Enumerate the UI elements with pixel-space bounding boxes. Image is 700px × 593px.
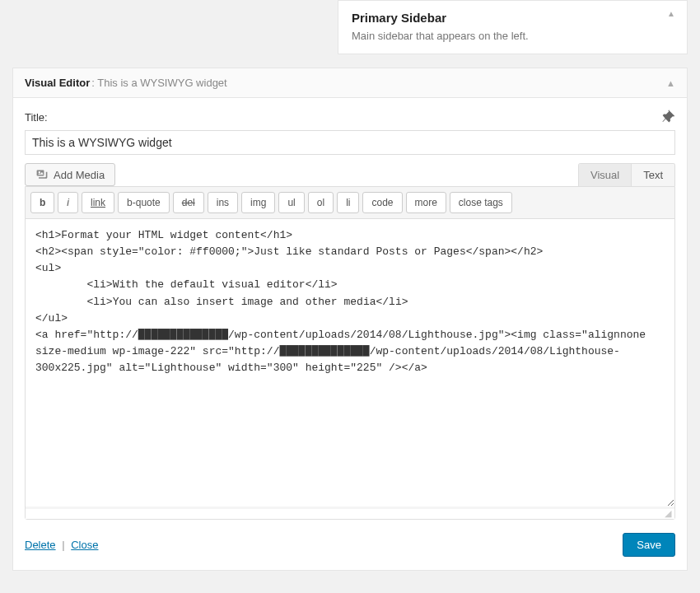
title-input[interactable] [25, 130, 675, 155]
close-tags-button[interactable]: close tags [450, 192, 512, 213]
save-button[interactable]: Save [623, 533, 675, 557]
sidebar-title: Primary Sidebar [352, 11, 674, 25]
content-textarea[interactable] [26, 218, 674, 507]
close-link[interactable]: Close [71, 539, 98, 551]
ol-button[interactable]: ol [308, 192, 334, 213]
editor-wrap: b i link b-quote del ins img ul ol li co… [25, 186, 675, 520]
visual-editor-widget: Visual Editor : This is a WYSIWYG widget… [12, 68, 688, 571]
bold-button[interactable]: b [30, 192, 54, 213]
blockquote-button[interactable]: b-quote [118, 192, 170, 213]
separator: | [62, 539, 64, 551]
widget-header-prefix: Visual Editor [25, 77, 90, 89]
editor-mode-tabs: Visual Text [578, 163, 675, 186]
title-label: Title: [25, 111, 48, 124]
widget-header[interactable]: Visual Editor : This is a WYSIWYG widget… [13, 68, 687, 98]
caret-up-icon: ▲ [666, 78, 675, 88]
pin-icon[interactable] [662, 110, 675, 125]
widget-header-name: : This is a WYSIWYG widget [91, 77, 226, 89]
caret-up-icon: ▲ [667, 9, 675, 18]
ins-button[interactable]: ins [208, 192, 238, 213]
primary-sidebar-panel[interactable]: ▲ Primary Sidebar Main sidebar that appe… [338, 0, 688, 54]
widget-body: Title: Add Media Visual Text b i link [13, 98, 687, 570]
sidebar-description: Main sidebar that appears on the left. [352, 30, 674, 42]
italic-button[interactable]: i [58, 192, 78, 213]
img-button[interactable]: img [241, 192, 275, 213]
more-button[interactable]: more [406, 192, 446, 213]
media-icon [35, 168, 49, 181]
tab-text[interactable]: Text [631, 164, 674, 186]
link-button[interactable]: link [82, 192, 114, 213]
resize-grip-icon[interactable]: ◢ [26, 509, 674, 519]
delete-link[interactable]: Delete [25, 539, 56, 551]
ul-button[interactable]: ul [278, 192, 304, 213]
footer-links: Delete | Close [25, 539, 98, 551]
add-media-label: Add Media [54, 169, 105, 181]
code-button[interactable]: code [362, 192, 402, 213]
add-media-button[interactable]: Add Media [25, 163, 115, 186]
del-button[interactable]: del [173, 192, 204, 213]
format-toolbar: b i link b-quote del ins img ul ol li co… [26, 187, 674, 218]
li-button[interactable]: li [337, 192, 359, 213]
tab-visual[interactable]: Visual [579, 164, 631, 186]
